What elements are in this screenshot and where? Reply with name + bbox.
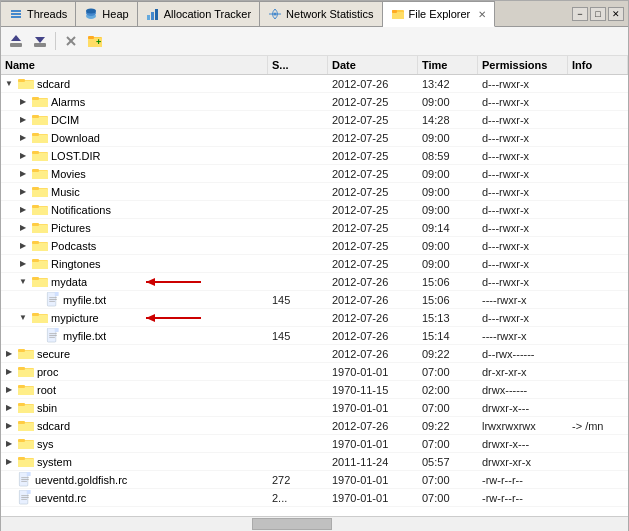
size-cell: 2... [268,491,328,505]
table-row[interactable]: ▶ Alarms2012-07-2509:00d---rwxr-x [1,93,628,111]
perms-cell: -rw-r--r-- [478,473,568,487]
tab-close-icon[interactable]: ✕ [478,9,486,20]
horizontal-scrollbar[interactable] [1,516,628,530]
table-row[interactable]: ▶ Podcasts2012-07-2509:00d---rwxr-x [1,237,628,255]
svg-rect-100 [19,472,27,486]
table-row[interactable]: ▶ Music2012-07-2509:00d---rwxr-x [1,183,628,201]
table-row[interactable]: myfile.txt1452012-07-2615:06----rwxr-x [1,291,628,309]
time-cell: 09:22 [418,419,478,433]
delete-button[interactable] [60,30,82,52]
col-header-permissions[interactable]: Permissions [478,56,568,74]
tab-allocation[interactable]: Allocation Tracker [138,1,260,26]
info-cell [568,461,628,463]
table-row[interactable]: ▶ Download2012-07-2509:00d---rwxr-x [1,129,628,147]
tree-toggle-icon[interactable] [3,492,15,504]
svg-rect-43 [32,189,48,197]
tree-toggle-icon[interactable]: ▶ [3,384,15,396]
table-row[interactable]: ▶ Ringtones2012-07-2509:00d---rwxr-x [1,255,628,273]
tree-toggle-icon[interactable] [3,474,15,486]
tree-toggle-icon[interactable]: ▶ [3,348,15,360]
table-row[interactable]: ▶ Pictures2012-07-2509:14d---rwxr-x [1,219,628,237]
folder-icon [18,419,34,432]
table-row[interactable]: ▶ LOST.DIR2012-07-2508:59d---rwxr-x [1,147,628,165]
table-row[interactable]: ▶ sbin1970-01-0107:00drwxr-x--- [1,399,628,417]
tree-toggle-icon[interactable]: ▶ [17,150,29,162]
tab-heap[interactable]: Heap [76,1,137,26]
date-cell: 1970-01-01 [328,491,418,505]
tree-toggle-icon[interactable]: ▶ [3,456,15,468]
tree-toggle-icon[interactable]: ▼ [17,276,29,288]
table-row[interactable]: ▼ mypicture←2012-07-2615:13d---rwxr-x [1,309,628,327]
tree-toggle-icon[interactable]: ▶ [3,402,15,414]
svg-rect-53 [32,241,39,244]
tree-toggle-icon[interactable]: ▶ [17,168,29,180]
tab-fileexplorer-label: File Explorer [409,8,471,20]
create-dir-button[interactable]: + [84,30,106,52]
table-row[interactable]: ▶ root1970-11-1502:00drwx------ [1,381,628,399]
svg-rect-84 [18,367,25,370]
table-row[interactable]: ▶ Movies2012-07-2509:00d---rwxr-x [1,165,628,183]
tree-toggle-icon[interactable]: ▶ [3,366,15,378]
svg-rect-75 [55,328,59,332]
tree-toggle-icon[interactable]: ▶ [17,96,29,108]
svg-rect-50 [32,223,39,226]
time-cell: 09:22 [418,347,478,361]
file-name-text: DCIM [51,114,79,126]
table-row[interactable]: ▶ DCIM2012-07-2514:28d---rwxr-x [1,111,628,129]
table-row[interactable]: ▶ secure2012-07-2609:22d--rwx------ [1,345,628,363]
table-row[interactable]: ▼ mydata←2012-07-2615:06d---rwxr-x [1,273,628,291]
maximize-button[interactable]: □ [590,7,606,21]
col-header-name[interactable]: Name [1,56,268,74]
info-cell [568,353,628,355]
col-header-date[interactable]: Date [328,56,418,74]
tree-toggle-icon[interactable]: ▶ [17,186,29,198]
table-row[interactable]: ueventd.rc2...1970-01-0107:00-rw-r--r-- [1,489,628,507]
size-cell: 145 [268,329,328,343]
pull-file-button[interactable] [29,30,51,52]
info-cell [568,317,628,319]
tree-toggle-icon[interactable]: ▶ [17,114,29,126]
tree-toggle-icon[interactable]: ▼ [3,78,15,90]
tree-toggle-icon[interactable]: ▶ [17,258,29,270]
minimize-button[interactable]: − [572,7,588,21]
table-row[interactable]: ▶ sys1970-01-0107:00drwxr-x--- [1,435,628,453]
col-header-size[interactable]: S... [268,56,328,74]
col-header-time[interactable]: Time [418,56,478,74]
svg-rect-55 [32,261,48,269]
perms-cell: d---rwxr-x [478,131,568,145]
tree-toggle-icon[interactable]: ▶ [17,204,29,216]
tree-toggle-icon[interactable]: ▶ [17,132,29,144]
tree-toggle-icon[interactable]: ▼ [17,312,29,324]
svg-rect-29 [32,97,39,100]
table-row[interactable]: ueventd.goldfish.rc2721970-01-0107:00-rw… [1,471,628,489]
perms-cell: d---rwxr-x [478,257,568,271]
file-list[interactable]: ▼ sdcard2012-07-2613:42d---rwxr-x▶ Alarm… [1,75,628,516]
svg-rect-70 [32,313,39,316]
tree-toggle-icon[interactable] [31,330,43,342]
table-row[interactable]: ▶ Notifications2012-07-2509:00d---rwxr-x [1,201,628,219]
date-cell: 1970-01-01 [328,365,418,379]
tab-network[interactable]: Network Statistics [260,1,382,26]
tree-toggle-icon[interactable]: ▶ [17,240,29,252]
table-row[interactable]: ▼ sdcard2012-07-2613:42d---rwxr-x [1,75,628,93]
table-row[interactable]: ▶ sdcard2012-07-2609:22lrwxrwxrwx-> /mn [1,417,628,435]
folder-icon [32,239,48,252]
h-scroll-thumb[interactable] [252,518,332,530]
table-row[interactable]: myfile.txt1452012-07-2615:14----rwxr-x [1,327,628,345]
tree-toggle-icon[interactable] [31,294,43,306]
tab-threads[interactable]: Threads [1,1,76,26]
push-file-button[interactable] [5,30,27,52]
svg-rect-32 [32,115,39,118]
tree-toggle-icon[interactable]: ▶ [17,222,29,234]
tree-toggle-icon[interactable]: ▶ [3,438,15,450]
thread-icon [9,7,23,21]
tree-toggle-icon[interactable]: ▶ [3,420,15,432]
col-header-info[interactable]: Info [568,56,628,74]
tab-fileexplorer[interactable]: File Explorer ✕ [383,1,496,27]
close-button[interactable]: ✕ [608,7,624,21]
table-row[interactable]: ▶ system2011-11-2405:57drwxr-xr-x [1,453,628,471]
table-row[interactable]: ▶ proc1970-01-0107:00dr-xr-xr-x [1,363,628,381]
file-name-text: LOST.DIR [51,150,101,162]
perms-cell: drwxr-x--- [478,437,568,451]
h-scroll-track[interactable] [1,517,628,531]
